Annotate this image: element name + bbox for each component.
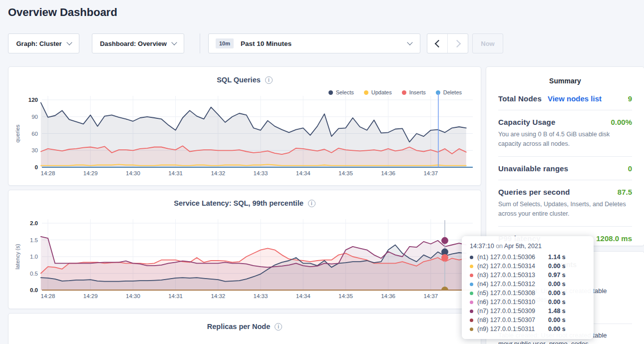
svg-text:14:30: 14:30 <box>126 293 140 299</box>
tooltip-row: (n5) 127.0.0.1:503080.00 s <box>470 289 586 298</box>
node-dot-icon <box>470 328 473 331</box>
tooltip-node-label: (n5) 127.0.0.1:50308 <box>477 290 548 297</box>
summary-row: Unavailable ranges0 <box>498 157 632 180</box>
prev-time-button[interactable] <box>427 34 447 53</box>
tooltip-row: (n6) 127.0.0.1:503100.00 s <box>470 298 586 307</box>
tooltip-node-value: 0.97 s <box>548 272 566 279</box>
summary-row-label: Capacity Usage <box>498 118 556 126</box>
tooltip-node-label: (n3) 127.0.0.1:50313 <box>477 272 548 279</box>
event-line: movr.public.user_promo_codes <box>498 340 632 344</box>
node-dot-icon <box>470 301 473 304</box>
tooltip-row: (n3) 127.0.0.1:503130.97 s <box>470 271 586 280</box>
svg-text:60: 60 <box>31 131 38 137</box>
summary-row-line: Unavailable ranges0 <box>498 164 632 173</box>
service-latency-chart[interactable]: 0.00.51.01.52.014:2814:2914:3014:3114:32… <box>8 190 481 309</box>
summary-rows: Total NodesView nodes list9Capacity Usag… <box>486 87 644 250</box>
svg-text:0.5: 0.5 <box>30 271 38 277</box>
tooltip-row: (n1) 127.0.0.1:503061.14 s <box>470 253 586 262</box>
next-time-button[interactable] <box>447 34 468 53</box>
tooltip-row: (n2) 127.0.0.1:503140.00 s <box>470 262 586 271</box>
svg-text:14:36: 14:36 <box>381 293 395 299</box>
svg-text:0: 0 <box>35 164 38 170</box>
dashboard-dropdown[interactable]: Dashboard: Overview <box>92 33 184 53</box>
node-dot-icon <box>470 283 473 286</box>
svg-text:14:34: 14:34 <box>296 170 311 176</box>
tooltip-row: (n9) 127.0.0.1:503110.00 s <box>470 325 586 334</box>
tooltip-node-label: (n2) 127.0.0.1:50314 <box>477 263 548 270</box>
summary-row-desc: You are using 0 B of 4.5 GiB usable disk… <box>498 130 632 149</box>
tooltip-node-label: (n9) 127.0.0.1:50311 <box>477 326 548 333</box>
svg-text:120: 120 <box>28 97 38 103</box>
page-title: Overview Dashboard <box>8 6 117 19</box>
svg-text:14:32: 14:32 <box>211 293 225 299</box>
svg-text:1.5: 1.5 <box>30 237 38 243</box>
tooltip-row: (n7) 127.0.0.1:503091.48 s <box>470 307 586 316</box>
tooltip-date: Apr 5th, 2021 <box>504 243 542 250</box>
svg-text:14:35: 14:35 <box>338 293 353 299</box>
tooltip-node-value: 0.00 s <box>548 263 566 270</box>
summary-row-line: Queries per second87.5 <box>498 188 632 196</box>
svg-text:14:33: 14:33 <box>254 170 268 176</box>
sql-queries-card: SQL Queries i SelectsUpdatesInsertsDelet… <box>8 66 481 186</box>
node-dot-icon <box>470 310 473 313</box>
tooltip-node-value: 1.14 s <box>548 254 566 261</box>
svg-text:14:37: 14:37 <box>423 293 438 299</box>
service-latency-card: Service Latency: SQL, 99th percentile i … <box>8 190 481 309</box>
summary-row-value: 9 <box>628 94 632 103</box>
summary-row: Total NodesView nodes list9 <box>498 87 632 110</box>
chevron-down-icon <box>66 39 72 45</box>
svg-text:14:37: 14:37 <box>423 170 438 176</box>
summary-row-desc: Sum of Selects, Updates, Inserts, and De… <box>498 200 632 219</box>
tooltip-node-label: (n8) 127.0.0.1:50307 <box>477 317 548 324</box>
svg-text:90: 90 <box>31 114 38 120</box>
graph-dropdown[interactable]: Graph: Cluster <box>8 33 79 53</box>
now-button[interactable]: Now <box>472 33 503 53</box>
tooltip-node-value: 0.00 s <box>548 317 566 324</box>
svg-text:14:32: 14:32 <box>211 170 225 176</box>
toolbar-divider <box>200 33 200 53</box>
tooltip-header: 14:37:10 on Apr 5th, 2021 <box>470 243 586 250</box>
svg-text:14:36: 14:36 <box>381 170 395 176</box>
time-range-badge: 10m <box>216 38 234 48</box>
info-icon[interactable]: i <box>275 323 282 331</box>
svg-text:14:28: 14:28 <box>41 293 55 299</box>
tooltip-node-value: 0.00 s <box>548 326 566 333</box>
tooltip-node-value: 1.48 s <box>548 308 566 315</box>
chart-tooltip: 14:37:10 on Apr 5th, 2021 (n1) 127.0.0.1… <box>462 236 594 339</box>
replicas-per-node-card: Replicas per Node i <box>8 313 481 344</box>
svg-text:14:29: 14:29 <box>83 170 98 176</box>
tooltip-node-label: (n6) 127.0.0.1:50310 <box>477 299 548 306</box>
summary-row-line: Total NodesView nodes list9 <box>498 94 632 103</box>
tooltip-node-label: (n1) 127.0.0.1:50306 <box>477 254 548 261</box>
tooltip-node-label: (n4) 127.0.0.1:50312 <box>477 281 548 288</box>
svg-text:14:33: 14:33 <box>254 293 268 299</box>
summary-title: Summary <box>486 67 644 87</box>
tooltip-node-label: (n7) 127.0.0.1:50309 <box>477 308 548 315</box>
summary-panel: Summary Total NodesView nodes list9Capac… <box>486 66 644 246</box>
time-range-label: Past 10 Minutes <box>241 40 292 47</box>
svg-text:0.0: 0.0 <box>30 287 38 293</box>
node-dot-icon <box>470 265 473 268</box>
svg-text:14:31: 14:31 <box>168 293 183 299</box>
svg-text:30: 30 <box>31 147 38 153</box>
view-nodes-list-link[interactable]: View nodes list <box>548 94 602 103</box>
replicas-title-row: Replicas per Node i <box>8 314 481 331</box>
node-dot-icon <box>470 319 473 322</box>
toolbar: Graph: Cluster Dashboard: Overview 10m P… <box>8 33 503 53</box>
tooltip-node-value: 0.00 s <box>548 281 566 288</box>
time-range-dropdown[interactable]: 10m Past 10 Minutes <box>208 33 420 53</box>
summary-row-label: Total Nodes <box>498 94 542 103</box>
summary-row-label: Unavailable ranges <box>498 164 568 173</box>
summary-row-value: 87.5 <box>618 188 632 196</box>
node-dot-icon <box>470 274 473 277</box>
summary-row-line: Capacity Usage0.00% <box>498 118 632 126</box>
svg-text:2.0: 2.0 <box>30 220 38 226</box>
sql-queries-chart[interactable]: 030609012014:2814:2914:3014:3114:3214:33… <box>8 67 481 185</box>
svg-text:queries: queries <box>14 124 20 143</box>
chevron-down-icon <box>407 39 412 45</box>
tooltip-on: on <box>496 243 503 250</box>
summary-row-value: 1208.0 ms <box>596 234 632 243</box>
dashboard-dropdown-label: Dashboard: Overview <box>100 40 167 47</box>
time-step-buttons <box>427 33 468 53</box>
summary-row: Queries per second87.5Sum of Selects, Up… <box>498 180 632 227</box>
